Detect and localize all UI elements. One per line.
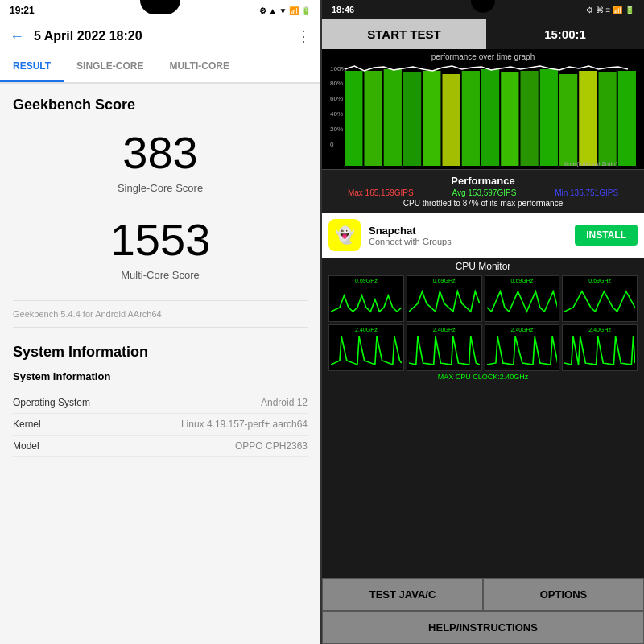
single-core-label: Single-Core Score [13, 182, 308, 194]
svg-rect-21 [618, 71, 636, 166]
cpu-core-1-graph [409, 283, 480, 320]
tabs-bar: RESULT SINGLE-CORE MULTI-CORE [0, 52, 320, 84]
more-icon[interactable]: ⋮ [296, 27, 311, 45]
help-button[interactable]: HELP/INSTRUCTIONS [322, 611, 644, 644]
single-core-score: 383 [13, 126, 308, 179]
cpu-core-5-graph [409, 332, 480, 369]
multi-core-block: 1553 Multi-Core Score [13, 213, 308, 281]
performance-graph-container: performance over time graph 100% 80% 60%… [322, 49, 644, 169]
model-key: Model [13, 440, 39, 452]
svg-rect-12 [442, 74, 460, 166]
cpu-core-6-label: 2.40GHz [487, 327, 558, 332]
snapchat-icon: 👻 [328, 219, 361, 251]
cpu-core-3-graph [564, 283, 635, 320]
cpu-bottom-grid: 2.40GHz 2.40GHz 2.40GHz [328, 324, 638, 371]
toolbar-title: 5 April 2022 18:20 [34, 29, 287, 43]
cpu-core-0-label: 0.69GHz [331, 278, 402, 283]
kernel-val: Linux 4.19.157-perf+ aarch64 [181, 419, 308, 430]
left-toolbar: ← 5 April 2022 18:20 ⋮ [0, 21, 320, 52]
ad-sub: Connect with Groups [369, 237, 567, 246]
top-controls: START TEST 15:00:1 [322, 19, 644, 49]
options-button[interactable]: OPTIONS [483, 578, 644, 611]
svg-text:100%: 100% [330, 65, 347, 72]
cpu-core-1-label: 0.69GHz [409, 278, 480, 283]
perf-throttle: CPU throttled to 87% of its max performa… [328, 199, 638, 208]
cpu-core-0: 0.69GHz [328, 275, 404, 322]
perf-min: Min 136,751GIPS [555, 188, 618, 197]
svg-text:time(interval 2min): time(interval 2min) [564, 160, 618, 167]
right-phone: 18:46 ⚙ ⌘ ≡ 📶 🔋 START TEST 15:00:1 perfo… [322, 0, 644, 644]
right-status-time: 18:46 [332, 5, 354, 14]
cpu-core-7-label: 2.40GHz [564, 327, 635, 332]
performance-svg: 100% 80% 60% 40% 20% 0 [328, 63, 638, 167]
kernel-row: Kernel Linux 4.19.157-perf+ aarch64 [13, 414, 308, 436]
install-button[interactable]: INSTALL [575, 225, 638, 246]
bottom-row-1: TEST JAVA/C OPTIONS [322, 578, 644, 611]
ad-app-name: Snapchat [369, 225, 567, 237]
svg-rect-8 [364, 71, 382, 166]
svg-rect-18 [559, 74, 577, 166]
svg-rect-14 [481, 69, 499, 166]
cpu-monitor-section: CPU Monitor 0.69GHz 0.69GHz [322, 258, 644, 578]
os-val: Android 12 [261, 397, 308, 408]
graph-title: performance over time graph [328, 52, 638, 61]
svg-text:20%: 20% [330, 126, 343, 133]
performance-title: Performance [328, 175, 638, 187]
left-content: Geekbench Score 383 Single-Core Score 15… [0, 84, 320, 644]
svg-text:60%: 60% [330, 95, 343, 102]
cpu-core-4-label: 2.40GHz [331, 327, 402, 332]
model-val: OPPO CPH2363 [235, 440, 308, 452]
cpu-monitor-title: CPU Monitor [328, 261, 638, 272]
cpu-core-2-graph [487, 283, 558, 320]
cpu-core-5: 2.40GHz [407, 324, 482, 371]
graph-canvas: 100% 80% 60% 40% 20% 0 [328, 63, 638, 167]
cpu-core-3-label: 0.69GHz [564, 278, 635, 283]
svg-text:40%: 40% [330, 110, 343, 118]
svg-rect-13 [462, 71, 480, 166]
ad-banner: 👻 Snapchat Connect with Groups INSTALL [322, 213, 644, 258]
bottom-row-2: HELP/INSTRUCTIONS [322, 611, 644, 644]
svg-text:0: 0 [330, 141, 334, 148]
multi-core-score: 1553 [13, 213, 308, 266]
cpu-core-0-graph [331, 283, 402, 320]
svg-rect-11 [423, 71, 440, 166]
cpu-core-7-graph [564, 332, 635, 369]
svg-rect-9 [384, 69, 402, 166]
back-button[interactable]: ← [10, 28, 24, 45]
cpu-core-6: 2.40GHz [485, 324, 560, 371]
cpu-core-5-label: 2.40GHz [409, 327, 480, 332]
perf-max: Max 165,159GIPS [348, 188, 414, 197]
ad-text-block: Snapchat Connect with Groups [369, 225, 567, 246]
sys-info-subtitle: System Information [13, 370, 308, 382]
svg-rect-7 [345, 71, 362, 166]
cpu-core-7: 2.40GHz [562, 324, 638, 371]
svg-rect-16 [520, 71, 538, 166]
cpu-core-1: 0.69GHz [407, 275, 482, 322]
left-phone: 19:21 ⚙ ▲ ▼ 📶 🔋 ← 5 April 2022 18:20 ⋮ R… [0, 0, 322, 644]
version-text: Geekbench 5.4.4 for Android AArch64 [13, 300, 308, 328]
sys-info-title: System Information [13, 344, 308, 361]
svg-text:80%: 80% [330, 80, 343, 87]
cpu-core-2: 0.69GHz [485, 275, 560, 322]
tab-result[interactable]: RESULT [0, 52, 64, 82]
svg-rect-19 [579, 71, 597, 166]
performance-section: Performance Max 165,159GIPS Avg 153,597G… [322, 169, 644, 213]
multi-core-label: Multi-Core Score [13, 269, 308, 281]
timer-display: 15:00:1 [486, 19, 644, 49]
cpu-core-6-graph [487, 332, 558, 369]
start-test-button[interactable]: START TEST [322, 19, 486, 49]
cpu-core-4-graph [331, 332, 402, 369]
test-java-button[interactable]: TEST JAVA/C [322, 578, 483, 611]
model-row: Model OPPO CPH2363 [13, 436, 308, 457]
bottom-buttons: TEST JAVA/C OPTIONS HELP/INSTRUCTIONS [322, 578, 644, 644]
cpu-core-2-label: 0.69GHz [487, 278, 558, 283]
svg-rect-17 [540, 69, 558, 166]
svg-rect-10 [403, 72, 421, 166]
svg-rect-20 [598, 72, 616, 166]
os-row: Operating System Android 12 [13, 392, 308, 414]
tab-single-core[interactable]: SINGLE-CORE [64, 52, 156, 82]
tab-multi-core[interactable]: MULTI-CORE [156, 52, 242, 82]
svg-rect-24 [409, 283, 480, 320]
kernel-key: Kernel [13, 419, 41, 430]
cpu-core-3: 0.69GHz [562, 275, 638, 322]
